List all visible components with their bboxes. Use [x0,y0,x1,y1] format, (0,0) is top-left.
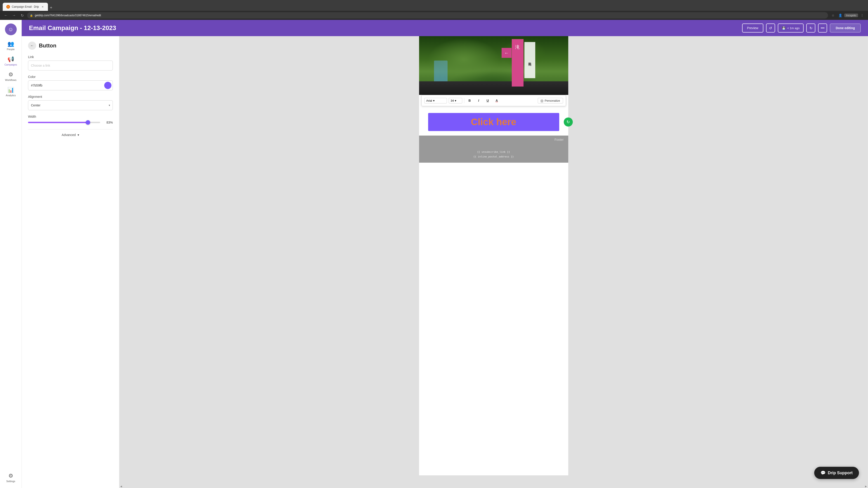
color-swatch-button[interactable] [104,82,112,89]
redo-button[interactable]: ↻ [806,24,815,33]
sign-arrow-decoration: ← [502,48,512,58]
footer-variable-1: {{ unsubscribe_link }} [477,151,510,153]
rocks-decoration [419,81,568,95]
back-icon: ← [30,43,34,48]
settings-icon: ⚙ [8,473,13,479]
email-image-placeholder: ← 滝 不動滝 [419,36,568,95]
url-text: getdrip.com/7641396/broadcasts/318674615… [35,14,101,17]
refresh-button[interactable]: ↻ [19,12,25,19]
italic-button[interactable]: I [475,97,483,104]
font-size-select[interactable]: 34 ▾ [449,98,462,103]
advanced-toggle[interactable]: Advanced ▾ [28,129,113,140]
text-formatting-toolbar: Arial ▾ 34 ▾ B I U [421,95,566,106]
incognito-badge: Incognito [844,13,858,17]
link-input[interactable] [28,61,113,70]
analytics-icon: 📊 [7,87,14,93]
bold-button[interactable]: B [466,97,473,104]
sidebar-item-analytics[interactable]: 📊 Analytics [2,85,20,98]
sidebar-item-people[interactable]: 👥 People [2,39,20,53]
app-layout: ☺ 👥 People 📢 Campaigns ⚙ Workflows 📊 Ana… [0,20,868,488]
email-footer: Footer {{ unsubscribe_link }} {{ inline_… [419,135,568,163]
sidebar-item-label-people: People [7,48,14,51]
font-size-dropdown-icon: ▾ [455,99,456,102]
toolbar-divider-1 [464,98,464,103]
browser-tab-active[interactable]: D Campaign Email · Drip ✕ [3,3,48,11]
font-size-value: 34 [451,99,454,102]
color-label: Color [28,75,113,78]
link-label: Link [28,55,113,59]
email-container: ← 滝 不動滝 [419,36,568,475]
color-form-group: Color [28,75,113,90]
drip-support-button[interactable]: 💬 Drip Support [814,467,859,479]
advanced-chevron-icon: ▾ [78,133,79,137]
sidebar-item-campaigns[interactable]: 📢 Campaigns [2,54,20,68]
drip-support-icon: 💬 [820,470,826,475]
cta-button-text: Click here [471,117,516,127]
browser-controls: ← → ↻ 🔒 getdrip.com/7641396/broadcasts/3… [0,11,868,20]
width-form-group: Width 83% [28,115,113,125]
browser-tabs: D Campaign Email · Drip ✕ + [3,0,54,11]
sidebar-item-settings[interactable]: ⚙ Settings [2,471,20,484]
more-options-button[interactable]: ••• [818,24,827,33]
drip-support-label: Drip Support [828,470,852,475]
browser-chrome: D Campaign Email · Drip ✕ + [0,0,868,11]
personalize-icon: {|} [541,99,544,102]
sidebar-item-label-campaigns: Campaigns [4,63,17,66]
scroll-left-icon[interactable]: ◀ [120,485,122,488]
tab-close-btn[interactable]: ✕ [41,5,44,8]
advanced-label: Advanced [62,133,76,137]
header-actions: Preview ↺ 💾 < 1m ago ↻ ••• Done editing [742,24,861,33]
color-input-wrapper [28,80,113,90]
font-family-value: Arial [426,99,432,102]
canvas-area: ← 滝 不動滝 [119,36,868,488]
email-cta-button[interactable]: Click here [428,113,559,131]
width-label: Width [28,115,113,119]
new-tab-button[interactable]: + [48,4,54,11]
personalize-button[interactable]: {|} Personalize [538,98,563,103]
undo-button[interactable]: ↺ [766,24,775,33]
main-content: ← Button Link Color [22,36,868,488]
workflows-icon: ⚙ [8,71,13,78]
profile-button[interactable]: 👤 [837,12,843,19]
bookmark-button[interactable]: ☆ [830,12,836,19]
people-icon: 👥 [7,41,14,47]
font-family-select[interactable]: Arial ▾ [424,98,447,103]
sidebar-item-label-settings: Settings [6,480,16,483]
sidebar-item-workflows[interactable]: ⚙ Workflows [2,70,20,83]
text-color-icon: A [495,99,498,102]
underline-button[interactable]: U [484,97,491,104]
waterfall-decoration [434,61,447,83]
email-image-section: ← 滝 不動滝 [419,36,568,95]
email-button-section: Click here ↻ ✛ Move ⧉ [419,108,568,135]
save-icon: 💾 [782,26,785,30]
save-status[interactable]: 💾 < 1m ago [778,24,804,33]
sidebar-logo[interactable]: ☺ [5,24,17,35]
text-color-button[interactable]: A [493,97,500,104]
sign-pink-decoration: 滝 [512,39,524,87]
app-header: Email Campaign - 12-13-2023 Preview ↺ 💾 … [22,20,868,36]
refresh-button[interactable]: ↻ [564,118,573,127]
tab-favicon: D [6,5,10,8]
sidebar-item-label-analytics: Analytics [6,94,16,97]
alignment-select-wrapper: Center Left Right ▾ [28,100,113,110]
tab-title: Campaign Email · Drip [12,5,39,8]
horizontal-scrollbar[interactable]: ◀ ▶ [119,484,868,488]
footer-label: Footer [555,138,563,140]
back-button[interactable]: ← [28,41,36,50]
alignment-select[interactable]: Center Left Right [28,100,113,110]
forward-button[interactable]: → [11,12,17,19]
panel-title: Button [39,42,56,49]
done-editing-button[interactable]: Done editing [830,24,861,33]
color-input[interactable] [28,80,113,90]
sign-white-decoration: 不動滝 [524,42,535,78]
menu-button[interactable]: ⋮ [859,12,865,19]
address-bar[interactable]: 🔒 getdrip.com/7641396/broadcasts/3186746… [27,12,828,19]
page-title: Email Campaign - 12-13-2023 [29,24,737,32]
panel-back-header: ← Button [28,41,113,50]
width-slider-container [28,120,100,125]
preview-button[interactable]: Preview [742,24,763,33]
scroll-right-icon[interactable]: ▶ [865,485,867,488]
browser-actions: ☆ 👤 Incognito ⋮ [830,12,865,19]
back-button[interactable]: ← [3,12,9,19]
logo-icon: ☺ [8,26,13,33]
